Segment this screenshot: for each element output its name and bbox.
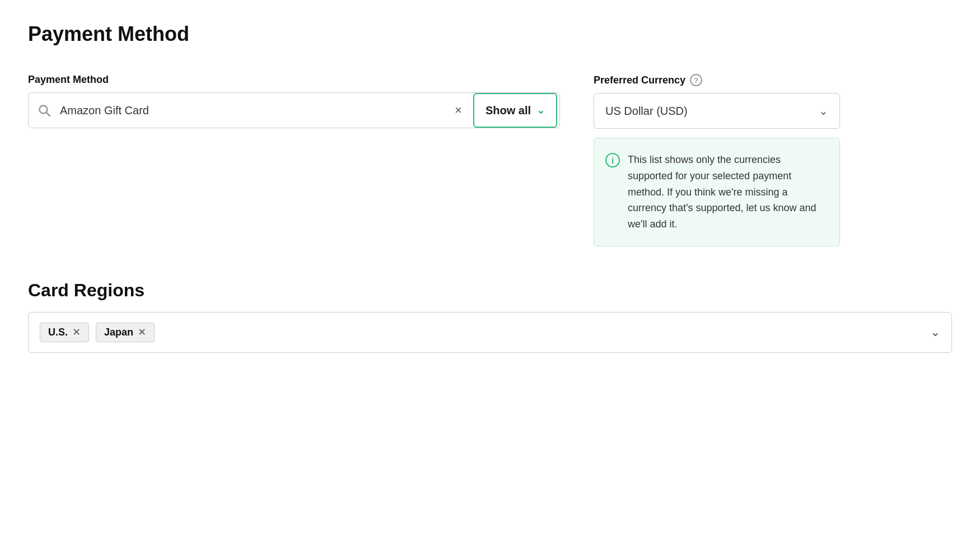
show-all-label: Show all [486,104,531,117]
payment-method-label: Payment Method [28,74,560,86]
payment-method-value: Amazon Gift Card [60,104,446,117]
tag-japan-label: Japan [104,327,133,338]
currency-chevron-icon: ⌄ [819,104,828,118]
card-regions-section: Card Regions U.S. ✕ Japan ✕ ⌄ [28,280,952,353]
info-icon: i [605,153,620,167]
tag-japan: Japan ✕ [96,323,155,342]
tag-us-remove[interactable]: ✕ [72,327,81,337]
payment-method-section: Payment Method Amazon Gift Card × Show a… [28,74,952,246]
card-regions-title: Card Regions [28,280,952,301]
preferred-currency-label: Preferred Currency ? [594,74,840,86]
show-all-chevron-icon: ⌄ [536,104,545,117]
tag-us-label: U.S. [48,327,68,338]
search-icon [29,104,60,117]
tags-container: U.S. ✕ Japan ✕ [40,323,155,342]
payment-method-input-row: Amazon Gift Card × Show all ⌄ [28,92,560,128]
card-regions-input: U.S. ✕ Japan ✕ ⌄ [28,312,952,353]
currency-help-icon[interactable]: ? [690,74,702,86]
show-all-button[interactable]: Show all ⌄ [473,93,557,128]
info-text: This list shows only the currencies supp… [628,152,826,232]
preferred-currency-column: Preferred Currency ? US Dollar (USD) ⌄ i… [594,74,840,246]
payment-method-column: Payment Method Amazon Gift Card × Show a… [28,74,560,246]
tag-us: U.S. ✕ [40,323,89,342]
currency-dropdown[interactable]: US Dollar (USD) ⌄ [594,93,840,129]
clear-button[interactable]: × [446,104,471,117]
svg-line-1 [46,113,50,116]
tag-japan-remove[interactable]: ✕ [138,327,146,337]
currency-info-box: i This list shows only the currencies su… [594,138,840,246]
regions-chevron-icon[interactable]: ⌄ [930,325,940,339]
currency-value: US Dollar (USD) [605,105,688,118]
page-title: Payment Method [28,22,952,46]
